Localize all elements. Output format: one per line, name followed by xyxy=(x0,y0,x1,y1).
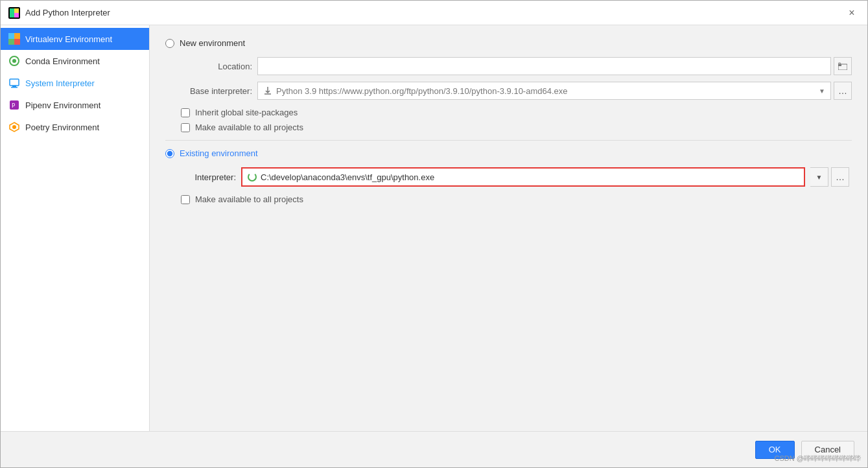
svg-rect-7 xyxy=(8,39,14,45)
interpreter-row-wrapper: Interpreter: C:\develop\anaconda3\envs\t… xyxy=(181,167,852,187)
interpreter-label: Interpreter: xyxy=(181,172,236,182)
system-interpreter-icon xyxy=(8,77,20,89)
interpreter-path: C:\develop\anaconda3\envs\tf_gpu\python.… xyxy=(261,172,799,182)
make-available-new-checkbox[interactable] xyxy=(181,123,190,132)
interpreter-status-icon xyxy=(248,172,257,181)
inherit-packages-checkbox[interactable] xyxy=(181,108,190,117)
main-content: Virtualenv Environment Conda Environment xyxy=(1,25,867,431)
location-browse-button[interactable] xyxy=(834,57,852,75)
sidebar-item-poetry-label: Poetry Environment xyxy=(25,123,99,132)
base-interpreter-row: Base interpreter: Python 3.9 https://www… xyxy=(181,82,852,100)
svg-rect-8 xyxy=(14,39,20,45)
sidebar-item-virtualenv-label: Virtualenv Environment xyxy=(25,34,112,44)
new-environment-section: New environment Location: xyxy=(165,38,852,132)
interpreter-dropdown-arrow: ▼ xyxy=(816,174,823,181)
svg-rect-13 xyxy=(11,87,18,88)
download-icon xyxy=(263,86,272,95)
existing-environment-radio[interactable] xyxy=(165,149,174,158)
location-input-wrapper xyxy=(257,57,852,75)
svg-text:P: P xyxy=(12,102,16,109)
location-input[interactable] xyxy=(257,57,831,75)
sidebar-item-system-label: System Interpreter xyxy=(25,78,95,88)
svg-rect-12 xyxy=(12,86,16,87)
sidebar-item-system[interactable]: System Interpreter xyxy=(1,72,149,94)
existing-environment-label: Existing environment xyxy=(180,148,258,158)
new-environment-label: New environment xyxy=(180,38,245,48)
svg-rect-6 xyxy=(14,33,20,39)
pipenv-icon: P xyxy=(8,99,20,111)
new-environment-radio-option[interactable]: New environment xyxy=(165,38,852,48)
inherit-packages-row: Inherit global site-packages xyxy=(181,108,852,117)
make-available-existing-row: Make available to all projects xyxy=(181,194,852,204)
sidebar-item-pipenv[interactable]: P Pipenv Environment xyxy=(1,94,149,116)
svg-rect-1 xyxy=(10,8,14,13)
title-bar: Add Python Interpreter × xyxy=(1,1,867,25)
base-interpreter-browse-button[interactable]: … xyxy=(834,82,852,100)
inherit-packages-label: Inherit global site-packages xyxy=(195,108,298,117)
virtualenv-icon xyxy=(8,33,20,45)
svg-rect-2 xyxy=(14,8,19,13)
bottom-bar: OK Cancel xyxy=(1,431,867,467)
dialog-title: Add Python Interpreter xyxy=(25,8,110,18)
sidebar-item-poetry[interactable]: Poetry Environment xyxy=(1,116,149,138)
conda-icon xyxy=(8,55,20,67)
right-panel: New environment Location: xyxy=(150,25,867,431)
cancel-button[interactable]: Cancel xyxy=(801,441,854,459)
title-bar-left: Add Python Interpreter xyxy=(8,7,110,19)
new-environment-fields: Location: xyxy=(181,57,852,100)
svg-point-17 xyxy=(12,125,16,129)
sidebar-item-conda[interactable]: Conda Environment xyxy=(1,50,149,72)
new-environment-radio[interactable] xyxy=(165,39,174,48)
existing-environment-radio-option[interactable]: Existing environment xyxy=(165,148,852,158)
interpreter-browse-button[interactable]: … xyxy=(831,167,849,187)
svg-rect-5 xyxy=(8,33,14,39)
sidebar: Virtualenv Environment Conda Environment xyxy=(1,25,150,431)
make-available-new-row: Make available to all projects xyxy=(181,123,852,132)
close-button[interactable]: × xyxy=(844,5,860,21)
svg-rect-4 xyxy=(14,13,19,18)
svg-rect-19 xyxy=(838,64,841,66)
base-interpreter-label: Base interpreter: xyxy=(181,86,252,96)
make-available-new-label: Make available to all projects xyxy=(195,123,303,132)
make-available-existing-label: Make available to all projects xyxy=(195,194,303,204)
pycharm-icon xyxy=(8,7,20,19)
interpreter-input-box: C:\develop\anaconda3\envs\tf_gpu\python.… xyxy=(241,167,805,187)
svg-point-10 xyxy=(12,59,16,63)
svg-rect-3 xyxy=(10,13,14,18)
sidebar-item-pipenv-label: Pipenv Environment xyxy=(25,100,100,110)
interpreter-controls: ▼ … xyxy=(810,167,849,187)
base-interpreter-wrapper: Python 3.9 https://www.python.org/ftp/py… xyxy=(257,82,852,100)
section-divider xyxy=(165,140,852,141)
ok-button[interactable]: OK xyxy=(755,441,795,459)
make-available-existing-checkbox[interactable] xyxy=(181,195,190,204)
poetry-icon xyxy=(8,121,20,133)
location-row: Location: xyxy=(181,57,852,75)
existing-environment-section: Existing environment Interpreter: C:\dev… xyxy=(165,148,852,204)
sidebar-item-conda-label: Conda Environment xyxy=(25,56,100,66)
interpreter-dropdown-button[interactable]: ▼ xyxy=(810,167,828,187)
location-label: Location: xyxy=(181,62,252,71)
add-python-interpreter-dialog: Add Python Interpreter × Virtualenv Envi… xyxy=(0,0,868,468)
svg-rect-11 xyxy=(10,79,19,86)
base-interpreter-arrow: ▼ xyxy=(819,88,825,95)
interpreter-row: Interpreter: C:\develop\anaconda3\envs\t… xyxy=(181,167,852,187)
base-interpreter-select[interactable]: Python 3.9 https://www.python.org/ftp/py… xyxy=(257,82,831,100)
sidebar-item-virtualenv[interactable]: Virtualenv Environment xyxy=(1,28,149,50)
base-interpreter-value: Python 3.9 https://www.python.org/ftp/py… xyxy=(276,86,815,96)
